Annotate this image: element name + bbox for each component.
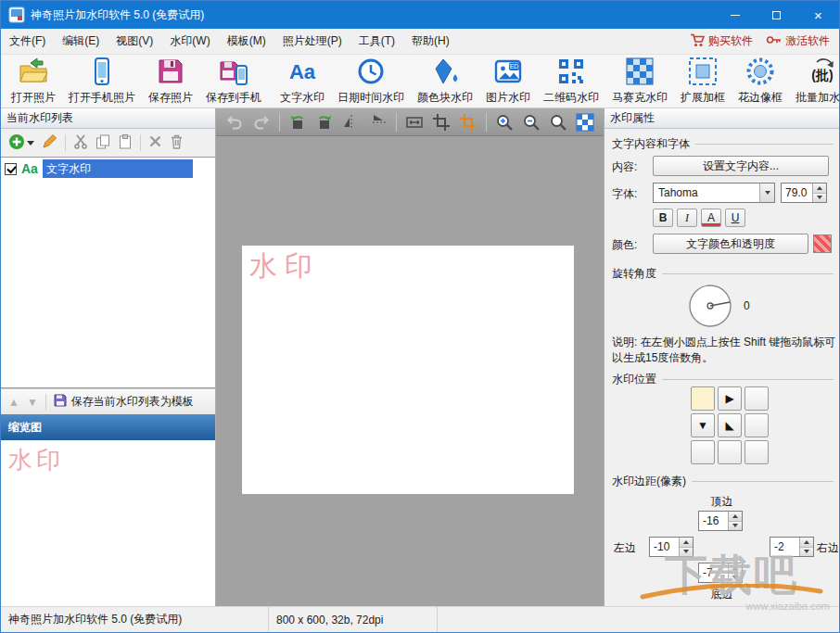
- italic-button[interactable]: I: [677, 209, 697, 227]
- position-cell-top-left[interactable]: [691, 386, 715, 411]
- margin-right-spinner[interactable]: -2: [770, 537, 814, 557]
- move-down-button[interactable]: ▼: [27, 396, 38, 409]
- font-size-spinner[interactable]: 79.0: [781, 183, 827, 203]
- spin-up-button[interactable]: [813, 184, 826, 193]
- spin-down-button[interactable]: [813, 193, 826, 203]
- resize-button[interactable]: [403, 111, 426, 133]
- datetime-watermark-button[interactable]: 日期时间水印: [331, 57, 411, 107]
- redo-button[interactable]: [250, 111, 273, 133]
- extend-frame-button[interactable]: 扩展加框: [674, 57, 732, 107]
- margin-bottom-spinner[interactable]: -7: [698, 563, 743, 583]
- rotate-left-button[interactable]: [286, 111, 309, 133]
- edit-watermark-button[interactable]: [42, 133, 57, 152]
- spin-up-button[interactable]: [680, 538, 693, 547]
- position-cell-top-center[interactable]: ▶: [718, 386, 742, 411]
- crop-button[interactable]: [430, 111, 452, 133]
- cut-button[interactable]: [73, 133, 88, 152]
- spin-up-button[interactable]: [800, 538, 813, 547]
- item-label[interactable]: 文字水印: [43, 159, 193, 178]
- underline-button[interactable]: U: [725, 209, 745, 227]
- item-checkbox[interactable]: [5, 163, 17, 175]
- set-text-content-button[interactable]: 设置文字内容...: [653, 156, 829, 176]
- menu-watermark[interactable]: 水印(W): [161, 29, 218, 54]
- flip-horizontal-button[interactable]: [340, 111, 363, 133]
- close-button[interactable]: ×: [797, 1, 839, 29]
- copy-button[interactable]: [95, 134, 110, 152]
- canvas-toolbar-separator: [396, 113, 397, 132]
- text-color-opacity-button[interactable]: 文字颜色和透明度: [653, 234, 808, 254]
- position-cell-top-right[interactable]: [745, 386, 769, 411]
- buy-software-button[interactable]: 购买软件: [690, 33, 753, 50]
- margin-top-spinner[interactable]: -16: [698, 511, 743, 531]
- position-cell-middle-left[interactable]: ▼: [691, 413, 715, 437]
- menu-photo-process[interactable]: 照片处理(P): [274, 29, 350, 54]
- move-up-button[interactable]: ▲: [8, 396, 19, 409]
- open-photo-button[interactable]: 打开照片: [5, 57, 62, 107]
- zoom-actual-button[interactable]: [547, 111, 569, 133]
- menu-help[interactable]: 帮助(H): [403, 29, 458, 54]
- spin-down-button[interactable]: [729, 521, 742, 531]
- zoom-out-button[interactable]: [520, 111, 542, 133]
- font-family-select[interactable]: Tahoma: [653, 183, 775, 203]
- margin-left-value: -10: [650, 538, 679, 556]
- position-cell-bottom-left[interactable]: [691, 440, 715, 464]
- paste-button[interactable]: [118, 134, 133, 152]
- menu-edit[interactable]: 编辑(E): [54, 29, 108, 54]
- canvas-toolbar-separator: [279, 113, 280, 132]
- bold-button[interactable]: B: [653, 209, 673, 227]
- menu-view[interactable]: 视图(V): [108, 29, 161, 54]
- margin-left-spinner[interactable]: -10: [649, 537, 694, 557]
- menu-template[interactable]: 模板(M): [219, 29, 274, 54]
- image-watermark-button[interactable]: ED 图片水印: [479, 57, 537, 107]
- main-toolbar: 打开照片 打开手机照片 保存照片 保存到手机 Aa 文字水印 日期时间水印 颜色…: [1, 55, 839, 108]
- open-phone-photo-button[interactable]: 打开手机照片: [62, 57, 142, 107]
- photo-canvas[interactable]: 水印: [242, 246, 574, 494]
- color-block-watermark-button[interactable]: 颜色块水印: [411, 57, 479, 107]
- color-swatch[interactable]: [813, 234, 832, 253]
- save-photo-button[interactable]: 保存照片: [142, 57, 199, 107]
- add-watermark-button[interactable]: [8, 133, 34, 153]
- position-cell-middle-right[interactable]: [745, 413, 769, 437]
- flip-vertical-button[interactable]: [367, 111, 389, 133]
- fit-window-button[interactable]: [574, 111, 596, 133]
- delete-button[interactable]: [148, 134, 162, 151]
- rotation-dial[interactable]: [686, 282, 734, 333]
- qrcode-watermark-button[interactable]: 二维码水印: [537, 57, 605, 107]
- text-watermark-button[interactable]: Aa 文字水印: [274, 57, 331, 107]
- save-to-phone-button[interactable]: 保存到手机: [199, 57, 268, 107]
- canvas-area[interactable]: 水印: [216, 136, 604, 606]
- menu-tools[interactable]: 工具(T): [350, 29, 403, 54]
- svg-text:Aa: Aa: [289, 60, 316, 83]
- spin-down-button[interactable]: [800, 547, 813, 557]
- position-cell-bottom-right[interactable]: [745, 440, 769, 464]
- format-buttons: B I A U: [653, 209, 745, 227]
- rotation-value: 0: [744, 299, 750, 312]
- spin-down-button[interactable]: [680, 547, 693, 557]
- list-item[interactable]: Aa 文字水印: [1, 158, 215, 180]
- chevron-down-icon[interactable]: [759, 184, 774, 202]
- spin-down-button[interactable]: [729, 573, 742, 583]
- activate-software-button[interactable]: 激活软件: [766, 33, 830, 49]
- font-color-button[interactable]: A: [701, 209, 721, 227]
- font-label: 字体:: [612, 186, 637, 202]
- menu-file[interactable]: 文件(F): [1, 29, 54, 54]
- save-template-button[interactable]: 保存当前水印列表为模板: [54, 394, 194, 410]
- list-bottom-bar: ▲ ▼ 保存当前水印列表为模板: [1, 388, 215, 414]
- properties-content: 文字内容和字体 内容: 设置文字内容... 字体: Tahoma 79.0 B …: [605, 129, 839, 606]
- position-cell-bottom-center[interactable]: [718, 440, 742, 464]
- auto-crop-button[interactable]: [457, 111, 479, 133]
- lace-frame-button[interactable]: 花边像框: [732, 57, 789, 107]
- batch-watermark-button[interactable]: (批) 批量加水印: [789, 57, 840, 107]
- spin-up-button[interactable]: [729, 512, 742, 521]
- rotate-right-button[interactable]: [313, 111, 336, 133]
- trash-button[interactable]: [170, 134, 184, 152]
- minimize-button[interactable]: [714, 1, 756, 29]
- buy-software-label: 购买软件: [708, 33, 753, 49]
- mosaic-watermark-button[interactable]: 马赛克水印: [605, 57, 674, 107]
- spin-up-button[interactable]: [729, 563, 742, 573]
- undo-button[interactable]: [223, 111, 246, 133]
- watermark-text[interactable]: 水印: [249, 247, 320, 285]
- zoom-in-button[interactable]: [493, 111, 515, 133]
- maximize-button[interactable]: [756, 1, 797, 29]
- position-cell-center[interactable]: ◣: [718, 413, 742, 437]
